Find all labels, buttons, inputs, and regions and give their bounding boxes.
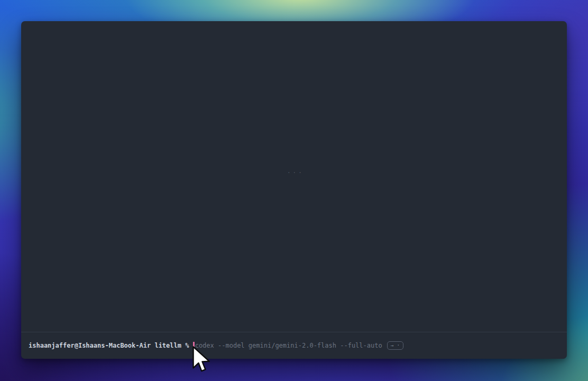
command-autosuggestion: codex --model gemini/gemini-2.0-flash --… (195, 341, 382, 350)
prompt-directory: litellm (151, 341, 181, 350)
desktop-wallpaper: ··· ishaanjaffer@Ishaans-MacBook-Air lit… (0, 0, 588, 381)
prompt-symbol: % (181, 341, 193, 350)
terminal-prompt-line[interactable]: ishaanjaffer@Ishaans-MacBook-Air litellm… (21, 332, 567, 359)
loading-dots-indicator: ··· (287, 169, 304, 176)
prompt-user-host: ishaanjaffer@Ishaans-MacBook-Air (29, 341, 151, 350)
autosuggest-accept-hint-badge: → · (387, 341, 403, 350)
terminal-output-area: ··· (21, 21, 567, 332)
text-cursor (193, 342, 195, 350)
terminal-window[interactable]: ··· ishaanjaffer@Ishaans-MacBook-Air lit… (21, 21, 567, 359)
